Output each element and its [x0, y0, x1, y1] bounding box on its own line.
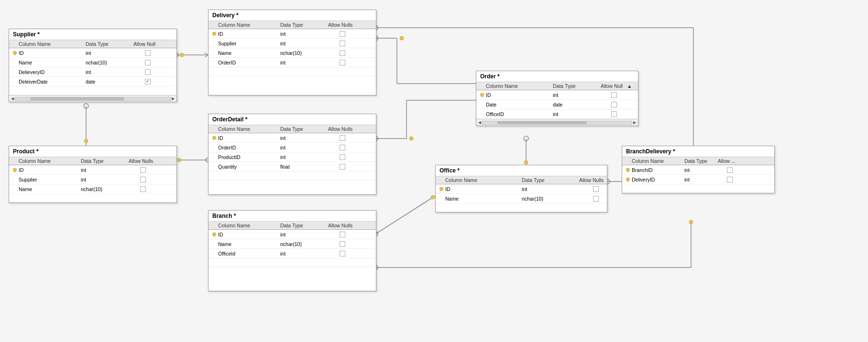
orderdetail-table: OrderDetail * Column Name Data Type Allo…: [208, 114, 376, 195]
supplier-table: Supplier * Column Name Data Type Allow N…: [9, 29, 177, 102]
table-row: Name nchar(10): [9, 58, 176, 67]
table-row: ProductID int: [209, 152, 376, 162]
empty-row: [622, 184, 774, 193]
svg-rect-52: [627, 171, 629, 172]
svg-point-20: [409, 137, 413, 140]
svg-rect-46: [14, 171, 16, 172]
supplier-title: Supplier *: [9, 29, 176, 40]
table-row: ID int: [209, 29, 376, 39]
table-row: ID int: [476, 90, 638, 100]
table-row: OrderID int: [209, 58, 376, 67]
orderdetail-header: Column Name Data Type Allow Nulls: [209, 125, 376, 133]
table-row: Name nchar(10): [209, 48, 376, 58]
table-row: Name nchar(10): [9, 184, 176, 194]
branchdelivery-title: BranchDelievery *: [622, 146, 774, 157]
svg-line-3: [205, 55, 208, 57]
svg-rect-42: [481, 96, 483, 97]
table-row: Date date: [476, 100, 638, 109]
order-title: Order *: [476, 71, 638, 82]
empty-row: [9, 194, 176, 203]
office-header: Column Name Data Type Allow Nulls: [436, 176, 607, 184]
empty-row: [209, 171, 376, 180]
svg-point-12: [84, 139, 88, 143]
table-row: ID int: [9, 48, 176, 58]
order-header: Column Name Data Type Allow Null ▲: [476, 82, 638, 90]
table-row: ID int: [209, 133, 376, 143]
svg-rect-50: [440, 190, 442, 191]
scrollbar[interactable]: ◀ ▶: [476, 119, 638, 126]
empty-row: [209, 67, 376, 76]
table-row: ID int: [209, 230, 376, 239]
branch-title: Branch *: [209, 211, 376, 222]
svg-line-21: [375, 196, 435, 234]
delivery-title: Delivery *: [209, 10, 376, 21]
diagram-canvas: Supplier * Column Name Data Type Allow N…: [0, 0, 868, 342]
table-row: DeleiverDate date: [9, 77, 176, 86]
office-title: Office *: [436, 165, 607, 176]
delivery-header: Column Name Data Type Allow Nulls: [209, 21, 376, 29]
branchdelivery-header: Column Name Data Type Allow ...: [622, 157, 774, 165]
svg-point-4: [180, 53, 184, 57]
product-header: Column Name Data Type Allow Nulls: [9, 157, 176, 165]
table-row: DelieveryID int: [9, 67, 176, 77]
order-table: Order * Column Name Data Type Allow Null…: [476, 71, 638, 126]
svg-line-2: [205, 53, 208, 55]
svg-rect-44: [213, 139, 215, 140]
svg-point-26: [524, 160, 528, 164]
svg-rect-38: [14, 53, 16, 55]
table-row: DeliveryID int: [622, 175, 774, 184]
table-row: OrderID int: [209, 143, 376, 152]
svg-point-23: [431, 195, 435, 199]
delivery-table: Delivery * Column Name Data Type Allow N…: [208, 10, 376, 96]
table-row: Quantity float: [209, 162, 376, 171]
svg-point-9: [400, 36, 404, 40]
office-table: Office * Column Name Data Type Allow Nul…: [435, 165, 607, 213]
branch-table: Branch * Column Name Data Type Allow Nul…: [208, 210, 376, 291]
orderdetail-title: OrderDetail *: [209, 114, 376, 125]
svg-point-15: [177, 158, 181, 162]
table-row: BranchID int: [622, 165, 774, 175]
svg-point-32: [689, 220, 693, 224]
branchdelivery-table: BranchDelievery * Column Name Data Type …: [622, 146, 775, 193]
svg-rect-40: [213, 34, 215, 36]
table-row: ID int: [436, 184, 607, 194]
table-row: OfficeID int: [476, 109, 638, 119]
empty-row: [436, 203, 607, 212]
product-table: Product * Column Name Data Type Allow Nu…: [9, 146, 177, 203]
empty-row: [209, 267, 376, 291]
empty-row: [209, 76, 376, 95]
svg-point-25: [524, 136, 528, 141]
empty-row: [209, 180, 376, 194]
empty-row: [209, 258, 376, 267]
svg-point-11: [84, 104, 88, 108]
table-row: Supplier int: [9, 175, 176, 184]
supplier-header: Column Name Data Type Allow Null: [9, 40, 176, 48]
table-row: Name nchar(10): [209, 239, 376, 249]
table-row: OfficeId int: [209, 249, 376, 258]
scrollbar[interactable]: ◀ ▶: [9, 95, 176, 102]
product-title: Product *: [9, 146, 176, 157]
table-row: Supplier int: [209, 39, 376, 48]
branch-header: Column Name Data Type Allow Nulls: [209, 222, 376, 230]
table-row: Name nchar(10): [436, 194, 607, 203]
table-row: ID int: [9, 165, 176, 175]
empty-row: [9, 86, 176, 95]
svg-rect-54: [627, 180, 629, 182]
svg-rect-48: [213, 235, 215, 236]
